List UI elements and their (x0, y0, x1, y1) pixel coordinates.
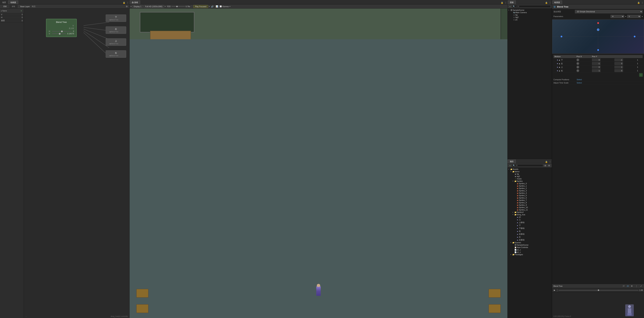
inspector-more-icon[interactable]: ⋮ (640, 1, 644, 4)
blend-space-2d[interactable] (552, 20, 644, 54)
game-more-icon[interactable]: ⋮ (504, 1, 508, 4)
motion-right-eye[interactable]: ⊙ (576, 69, 579, 72)
project-lock-icon[interactable]: 🔒 (544, 160, 548, 163)
zoom-slider[interactable] (171, 6, 185, 7)
add-param-btn[interactable]: + (20, 9, 23, 13)
project-anim-down-move[interactable]: ▲ 下移动 (508, 227, 552, 230)
project-sample-scene[interactable]: 🎬 SampleScene (508, 244, 552, 246)
motion-row-up[interactable]: ● ▲ 上 ⊙ (554, 65, 643, 69)
hierarchy-more-icon[interactable]: ⋮ (548, 1, 552, 4)
compute-select[interactable]: Select (577, 79, 582, 81)
node-graph-area[interactable]: Blend Tree 下 左上右 H 0 (24, 9, 130, 318)
project-bg2[interactable]: ◈ bg2 (508, 175, 552, 178)
project-anim-down[interactable]: ▲ 下 (508, 224, 552, 227)
timeline-more-icon[interactable]: ⋮ (635, 284, 638, 288)
timeline-settings-icon[interactable]: ⚙ (630, 284, 634, 288)
node-down[interactable]: 下 ◀ Blend Tree (106, 15, 126, 22)
project-anim-up[interactable]: ▲ 上 (508, 218, 552, 221)
blend-type-select[interactable]: 2D Simple Directional (575, 10, 643, 13)
sub-tab-layers[interactable]: 层级 (1, 5, 9, 8)
project-anim-left[interactable]: ▲ 左 (508, 235, 552, 238)
tab-inspector[interactable]: 检查器 (552, 1, 562, 4)
project-music[interactable]: ♫ music (508, 178, 552, 180)
project-settings-icon[interactable]: ⚙ (548, 164, 551, 167)
blend-tree-node[interactable]: Blend Tree 下 左上右 H 0 (46, 19, 77, 37)
animator-settings-icon[interactable]: ⚙ (125, 5, 128, 8)
play-focused-button[interactable]: Play Focused (193, 5, 208, 8)
tab-hierarchy[interactable]: 层级 (508, 1, 516, 4)
project-packages[interactable]: ▸ 📁 Packages (508, 253, 552, 256)
project-sprites-8[interactable]: ▣ Sprites_8 (508, 201, 552, 204)
project-sprites-folder[interactable]: ▾ 📁 Sprites (508, 180, 552, 182)
timeline-content[interactable]: 0:00 (000.0%) Frame 0 (552, 292, 644, 318)
project-sprites-0[interactable]: ▣ Sprites_0 (508, 182, 552, 185)
param-v-select[interactable]: V (627, 15, 641, 18)
motion-right-px[interactable] (592, 69, 600, 72)
project-anim-right-move[interactable]: ▲ 右移动 (508, 233, 552, 235)
hierarchy-main-camera[interactable]: 📷 Main Camera (508, 11, 552, 14)
project-bg[interactable]: ◈ bg (508, 173, 552, 175)
tab-scene[interactable]: 场景 (0, 1, 8, 4)
blend-v-slider[interactable] (52, 34, 66, 34)
blend-h-slider[interactable] (52, 31, 72, 32)
motion-down-py[interactable] (614, 59, 623, 61)
tab-animator[interactable]: 动画器 (8, 1, 18, 4)
motion-down-eye[interactable]: ⊙ (576, 59, 579, 61)
project-sprites-2[interactable]: ▣ Sprites_2 (508, 187, 552, 189)
node-up[interactable]: 上 ◀ Blend Tree (106, 39, 126, 46)
project-sprites-5[interactable]: ▣ Sprites_5 (508, 194, 552, 197)
motion-left-px[interactable] (592, 62, 600, 65)
tab-game[interactable]: 🕹 游戏 (130, 1, 140, 4)
hierarchy-lock-icon[interactable]: 🔒 (544, 1, 548, 4)
project-p1c-1[interactable]: 📄 p1_c (508, 248, 552, 251)
project-dong-hua[interactable]: ▾ 📁 dong_hua (508, 213, 552, 216)
hierarchy-add-btn[interactable]: + (508, 5, 511, 8)
project-anim-up-move[interactable]: ▲ 上移动 (508, 221, 552, 224)
display-button[interactable]: Display 1 (132, 5, 143, 8)
project-sprites-3[interactable]: ▣ Sprites_3 (508, 189, 552, 192)
timeline-maximize-icon[interactable]: ⤢ (640, 284, 643, 288)
motion-right-py[interactable] (614, 69, 623, 72)
project-sprites-1[interactable]: ▣ Sprites_1 (508, 185, 552, 187)
motion-up-eye[interactable]: ⊙ (576, 66, 579, 69)
project-anim-left-move[interactable]: ▲ 左移动 (508, 238, 552, 241)
project-add-btn[interactable]: + (508, 164, 511, 167)
resolution-button[interactable]: Full HD (1920x1080) (144, 5, 164, 8)
motion-left-eye[interactable]: ⊙ (576, 62, 579, 65)
tab-project[interactable]: 项目 (508, 160, 516, 163)
motion-left-py[interactable] (614, 62, 623, 65)
motion-up-px[interactable] (592, 66, 600, 69)
hierarchy-search[interactable]: 🔍 ∨ All (512, 5, 551, 8)
motion-row-right[interactable]: ● ▲ 右 ⊙ (554, 69, 643, 73)
project-sprites-10[interactable]: ▣ Sprites_10 (508, 206, 552, 209)
graph-more-icon[interactable]: ⋯ (25, 315, 27, 317)
hierarchy-p1[interactable]: ◇ p1 (508, 19, 552, 21)
timeline-scrubber[interactable] (558, 290, 639, 290)
hierarchy-bg2[interactable]: ◇ bg2 (508, 16, 552, 19)
timeline-play-btn[interactable]: ▶ (553, 289, 556, 292)
stats-icon[interactable]: 📊 (215, 5, 219, 8)
hierarchy-bg[interactable]: ◇ bg (508, 14, 552, 16)
adjust-select[interactable]: Select (577, 82, 582, 84)
param-h-select[interactable]: H (610, 15, 624, 18)
game-lock-icon[interactable]: 🔒 (500, 1, 504, 4)
project-search[interactable]: 🔍 All (512, 164, 543, 167)
project-p1c-2[interactable]: 📄 p1_c (508, 251, 552, 253)
project-assets[interactable]: ▾ 📁 Assets (508, 168, 552, 170)
lock-icon[interactable]: 🔒 (122, 1, 126, 4)
project-more-icon[interactable]: ⋮ (548, 160, 552, 163)
project-sprites-7[interactable]: ▣ Sprites_7 (508, 199, 552, 201)
project-layout-icon[interactable]: ⊞ (544, 164, 547, 167)
motion-row-left[interactable]: ● ▲ 左 ⊙ (554, 62, 643, 65)
project-anim-right[interactable]: ▲ 右 (508, 230, 552, 233)
project-new-controls[interactable]: 📋 New Controls (508, 246, 552, 248)
sub-tab-params[interactable]: 参数 (10, 5, 18, 8)
project-sprites2-folder[interactable]: ▸ 📁 Sprites2 (508, 211, 552, 213)
more-icon[interactable]: ⋮ (126, 1, 130, 4)
project-sprites-9[interactable]: ▣ Sprites_9 (508, 204, 552, 206)
hierarchy-sample-scene[interactable]: ▾ 🎬 SampleScene (508, 9, 552, 11)
node-right[interactable]: 右 ◀ Blend Tree (106, 50, 126, 58)
node-left[interactable]: 左 ◀ Blend Tree (106, 27, 126, 34)
motion-row-down[interactable]: ● ▲ 下 ⊙ (554, 58, 643, 62)
motion-down-px[interactable] (592, 59, 600, 61)
